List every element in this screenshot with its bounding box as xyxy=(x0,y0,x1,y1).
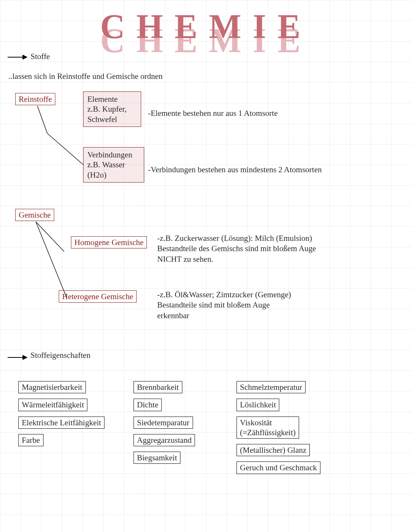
prop-box: Biegsamkeit xyxy=(134,452,180,464)
prop-box: Viskosität (=Zähflüssigkeit) xyxy=(237,417,299,439)
prop-box: Farbe xyxy=(18,434,43,446)
properties-col-2: Brennbarkeit Dichte Siedetemparatur Aggr… xyxy=(134,381,195,464)
prop-box: Elektrische Leitfähigkeit xyxy=(18,417,105,429)
properties-col-3: Schmelztemperatur Löslichkeit Viskosität… xyxy=(237,381,320,474)
connectors xyxy=(0,0,412,532)
box-gemische: Gemische xyxy=(15,209,54,221)
svg-line-4 xyxy=(36,222,64,252)
prop-box: Löslichkeit xyxy=(237,399,279,411)
prop-box: Wärmeleitfähigkeit xyxy=(18,399,87,411)
properties-col-1: Magnetisierbarkeit Wärmeleitfähigkeit El… xyxy=(18,381,105,446)
svg-marker-7 xyxy=(23,356,27,359)
note-heterogen: -z.B. Öl&Wasser; Zimtzucker (Gemenge) Be… xyxy=(157,290,291,321)
prop-box: Geruch und Geschmack xyxy=(237,461,320,474)
svg-line-5 xyxy=(36,222,67,298)
note-homogen: -z.B. Zuckerwasser (Lösung): Milch (Emul… xyxy=(157,233,316,264)
section-heading-stoffeigenschaften: Stoffeigenschaften xyxy=(31,351,90,360)
prop-box: Schmelztemperatur xyxy=(237,381,306,393)
prop-box: Magnetisierbarkeit xyxy=(18,381,86,393)
prop-box: Aggregarzustand xyxy=(134,434,195,446)
arrow-icon xyxy=(7,354,28,361)
box-heterogen: Heterogene Gemische xyxy=(59,290,137,303)
box-homogen: Homogene Gemische xyxy=(71,236,147,248)
svg-line-2 xyxy=(37,106,47,133)
prop-box: (Metallischer) Glanz xyxy=(237,444,310,456)
prop-box: Dichte xyxy=(134,399,162,411)
prop-box: Siedetemparatur xyxy=(134,417,193,429)
svg-line-3 xyxy=(47,133,83,165)
prop-box: Brennbarkeit xyxy=(134,381,182,393)
